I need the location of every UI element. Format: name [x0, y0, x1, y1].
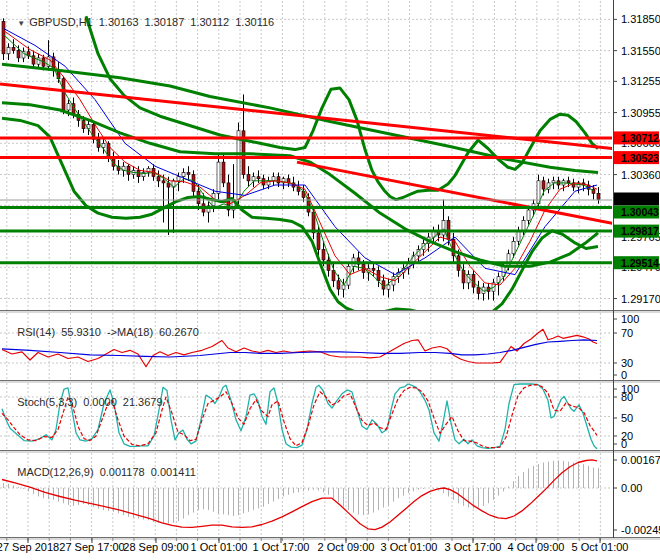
time-label: 4 Oct 09:00 — [508, 541, 565, 553]
time-label: 2 Oct 09:00 — [318, 541, 375, 553]
time-label: 27 Sep 2018 — [0, 541, 59, 553]
close-value: 1.30116 — [235, 16, 274, 28]
stoch-value: 0.0000 — [83, 396, 117, 408]
time-label: 1 Oct 17:00 — [253, 541, 310, 553]
macd-panel-header: MACD(12,26,9)0.0011780.001411 — [5, 454, 202, 490]
rsi-value: 55.9310 — [61, 326, 101, 338]
stoch-signal-value: 21.3679 — [123, 396, 163, 408]
axis-label: 0.00 — [621, 482, 642, 494]
macd-value: 0.001178 — [100, 466, 145, 478]
panel-main — [0, 1, 613, 318]
price-tick-label: 1.30360 — [621, 169, 660, 181]
price-box-label: 1.30043 — [621, 206, 659, 218]
axis-label: 0.001675 — [621, 454, 660, 466]
axis-label: 30 — [621, 357, 633, 369]
rsi-ma-label: ->MA(18) — [107, 326, 153, 338]
axis-label: -0.002453 — [621, 524, 660, 536]
stoch-label: Stoch(5,3,3) — [17, 396, 77, 408]
price-tick-label: 1.31550 — [621, 45, 660, 57]
axis-label: 50 — [621, 412, 633, 424]
rsi-ma-value: 60.2670 — [159, 326, 199, 338]
rsi-panel-header: RSI(14)55.9310->MA(18)60.2670 — [5, 314, 205, 350]
low-value: 1.30112 — [190, 16, 229, 28]
time-label: 3 Oct 17:00 — [445, 541, 502, 553]
axis-label: 0 — [621, 438, 627, 450]
open-value: 1.30163 — [99, 16, 139, 28]
price-box-label: 1.29514 — [621, 257, 659, 269]
price-tick-label: 1.31850 — [621, 13, 660, 25]
trendline-resistance-2 — [297, 162, 613, 223]
price-box-label: 1.29817 — [621, 225, 659, 237]
high-value: 1.30187 — [145, 16, 185, 28]
time-label: 28 Sep 09:00 — [123, 541, 188, 553]
stoch-panel-header: Stoch(5,3,3)0.000021.3679 — [5, 384, 169, 420]
price-tick-label: 1.30955 — [621, 107, 660, 119]
rsi-label: RSI(14) — [17, 326, 55, 338]
time-label: 27 Sep 17:00 — [59, 541, 124, 553]
macd-label: MACD(12,26,9) — [17, 466, 93, 478]
trading-chart-window: 1007030010080502000.0016750.00-0.0024531… — [0, 0, 660, 560]
axis-label: 70 — [621, 327, 633, 339]
price-box-label: 1.30523 — [621, 152, 659, 164]
macd-signal-value: 0.001411 — [151, 466, 196, 478]
price-tick-label: 1.29170 — [621, 293, 660, 305]
axis-label: 100 — [621, 313, 639, 325]
axis-label: 0 — [621, 369, 627, 381]
price-tick-label: 1.31255 — [621, 75, 660, 87]
ma-blue-slow — [4, 29, 597, 275]
chart-title-bar: ▼GBPUSD,H11.301631.301871.301121.30116 — [5, 4, 280, 40]
price-box-label: 1.30116 — [621, 193, 659, 205]
symbol-dropdown-icon[interactable]: ▼ — [17, 19, 25, 28]
time-label: 1 Oct 01:00 — [191, 541, 248, 553]
symbol-label: GBPUSD,H1 — [29, 16, 93, 28]
axis-label: 80 — [621, 391, 633, 403]
time-label: 5 Oct 01:00 — [572, 541, 629, 553]
time-label: 3 Oct 01:00 — [381, 541, 438, 553]
price-box-label: 1.30712 — [621, 132, 659, 144]
